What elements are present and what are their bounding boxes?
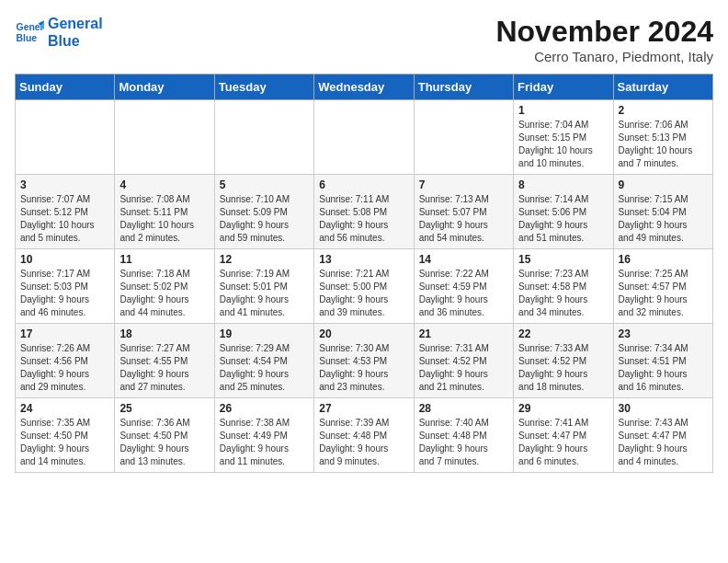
day-detail: Sunrise: 7:27 AM Sunset: 4:55 PM Dayligh… xyxy=(119,342,209,394)
day-number: 1 xyxy=(518,104,608,117)
day-number: 24 xyxy=(20,402,109,415)
day-detail: Sunrise: 7:43 AM Sunset: 4:47 PM Dayligh… xyxy=(619,417,708,468)
day-number: 12 xyxy=(220,253,309,266)
calendar-cell: 15Sunrise: 7:23 AM Sunset: 4:58 PM Dayli… xyxy=(514,249,613,324)
logo: General Blue General Blue xyxy=(15,15,103,50)
day-detail: Sunrise: 7:29 AM Sunset: 4:54 PM Dayligh… xyxy=(220,342,309,394)
calendar-cell: 26Sunrise: 7:38 AM Sunset: 4:49 PM Dayli… xyxy=(214,398,313,473)
day-number: 8 xyxy=(518,178,608,191)
day-detail: Sunrise: 7:33 AM Sunset: 4:52 PM Dayligh… xyxy=(518,342,608,394)
week-row-2: 3Sunrise: 7:07 AM Sunset: 5:12 PM Daylig… xyxy=(16,175,713,249)
calendar-cell xyxy=(414,100,513,175)
weekday-header-monday: Monday xyxy=(115,75,214,100)
day-number: 29 xyxy=(518,402,608,415)
weekday-header-friday: Friday xyxy=(514,75,613,100)
calendar-table: SundayMondayTuesdayWednesdayThursdayFrid… xyxy=(15,74,713,473)
day-detail: Sunrise: 7:31 AM Sunset: 4:52 PM Dayligh… xyxy=(419,342,508,394)
calendar-cell: 20Sunrise: 7:30 AM Sunset: 4:53 PM Dayli… xyxy=(314,324,414,398)
calendar-cell: 29Sunrise: 7:41 AM Sunset: 4:47 PM Dayli… xyxy=(514,398,613,473)
day-detail: Sunrise: 7:39 AM Sunset: 4:48 PM Dayligh… xyxy=(319,417,408,468)
day-detail: Sunrise: 7:14 AM Sunset: 5:06 PM Dayligh… xyxy=(518,193,608,245)
day-detail: Sunrise: 7:26 AM Sunset: 4:56 PM Dayligh… xyxy=(20,342,109,394)
day-number: 4 xyxy=(119,178,209,191)
day-detail: Sunrise: 7:18 AM Sunset: 5:02 PM Dayligh… xyxy=(119,268,209,319)
day-number: 25 xyxy=(119,402,209,415)
title-area: November 2024 Cerro Tanaro, Piedmont, It… xyxy=(495,15,713,64)
day-number: 26 xyxy=(220,402,309,415)
calendar-cell: 28Sunrise: 7:40 AM Sunset: 4:48 PM Dayli… xyxy=(414,398,513,473)
day-detail: Sunrise: 7:25 AM Sunset: 4:57 PM Dayligh… xyxy=(619,268,708,319)
day-number: 28 xyxy=(419,402,508,415)
day-number: 22 xyxy=(518,327,608,340)
weekday-header-row: SundayMondayTuesdayWednesdayThursdayFrid… xyxy=(16,75,713,100)
calendar-cell: 27Sunrise: 7:39 AM Sunset: 4:48 PM Dayli… xyxy=(314,398,414,473)
day-number: 7 xyxy=(419,178,508,191)
svg-text:Blue: Blue xyxy=(17,33,38,43)
weekday-header-thursday: Thursday xyxy=(414,75,513,100)
calendar-cell: 14Sunrise: 7:22 AM Sunset: 4:59 PM Dayli… xyxy=(414,249,513,324)
calendar-cell: 17Sunrise: 7:26 AM Sunset: 4:56 PM Dayli… xyxy=(16,324,115,398)
calendar-cell: 23Sunrise: 7:34 AM Sunset: 4:51 PM Dayli… xyxy=(613,324,712,398)
calendar-cell: 3Sunrise: 7:07 AM Sunset: 5:12 PM Daylig… xyxy=(16,175,115,249)
header: General Blue General Blue November 2024 … xyxy=(15,15,713,64)
week-row-5: 24Sunrise: 7:35 AM Sunset: 4:50 PM Dayli… xyxy=(16,398,713,473)
day-detail: Sunrise: 7:23 AM Sunset: 4:58 PM Dayligh… xyxy=(518,268,608,319)
day-detail: Sunrise: 7:40 AM Sunset: 4:48 PM Dayligh… xyxy=(419,417,508,468)
day-detail: Sunrise: 7:21 AM Sunset: 5:00 PM Dayligh… xyxy=(319,268,408,319)
logo-line1: General xyxy=(48,15,103,32)
day-number: 11 xyxy=(119,253,209,266)
calendar-cell: 18Sunrise: 7:27 AM Sunset: 4:55 PM Dayli… xyxy=(115,324,214,398)
calendar-cell: 10Sunrise: 7:17 AM Sunset: 5:03 PM Dayli… xyxy=(16,249,115,324)
day-number: 3 xyxy=(20,178,109,191)
calendar-subtitle: Cerro Tanaro, Piedmont, Italy xyxy=(495,49,713,64)
calendar-cell: 11Sunrise: 7:18 AM Sunset: 5:02 PM Dayli… xyxy=(115,249,214,324)
calendar-cell: 6Sunrise: 7:11 AM Sunset: 5:08 PM Daylig… xyxy=(314,175,414,249)
weekday-header-wednesday: Wednesday xyxy=(314,75,414,100)
calendar-cell: 5Sunrise: 7:10 AM Sunset: 5:09 PM Daylig… xyxy=(214,175,313,249)
day-number: 19 xyxy=(220,327,309,340)
day-detail: Sunrise: 7:36 AM Sunset: 4:50 PM Dayligh… xyxy=(119,417,209,468)
calendar-cell: 4Sunrise: 7:08 AM Sunset: 5:11 PM Daylig… xyxy=(115,175,214,249)
calendar-title: November 2024 xyxy=(495,15,713,49)
day-detail: Sunrise: 7:34 AM Sunset: 4:51 PM Dayligh… xyxy=(619,342,708,394)
day-number: 16 xyxy=(619,253,708,266)
day-detail: Sunrise: 7:19 AM Sunset: 5:01 PM Dayligh… xyxy=(220,268,309,319)
day-number: 20 xyxy=(319,327,408,340)
day-number: 5 xyxy=(220,178,309,191)
calendar-cell xyxy=(115,100,214,175)
calendar-cell: 24Sunrise: 7:35 AM Sunset: 4:50 PM Dayli… xyxy=(16,398,115,473)
day-number: 10 xyxy=(20,253,109,266)
day-number: 13 xyxy=(319,253,408,266)
calendar-cell: 7Sunrise: 7:13 AM Sunset: 5:07 PM Daylig… xyxy=(414,175,513,249)
day-detail: Sunrise: 7:15 AM Sunset: 5:04 PM Dayligh… xyxy=(619,193,708,245)
calendar-cell: 13Sunrise: 7:21 AM Sunset: 5:00 PM Dayli… xyxy=(314,249,414,324)
calendar-cell: 2Sunrise: 7:06 AM Sunset: 5:13 PM Daylig… xyxy=(613,100,712,175)
calendar-cell: 19Sunrise: 7:29 AM Sunset: 4:54 PM Dayli… xyxy=(214,324,313,398)
calendar-cell: 8Sunrise: 7:14 AM Sunset: 5:06 PM Daylig… xyxy=(514,175,613,249)
day-detail: Sunrise: 7:35 AM Sunset: 4:50 PM Dayligh… xyxy=(20,417,109,468)
day-number: 18 xyxy=(119,327,209,340)
day-detail: Sunrise: 7:06 AM Sunset: 5:13 PM Dayligh… xyxy=(619,119,708,170)
calendar-cell: 25Sunrise: 7:36 AM Sunset: 4:50 PM Dayli… xyxy=(115,398,214,473)
week-row-1: 1Sunrise: 7:04 AM Sunset: 5:15 PM Daylig… xyxy=(16,100,713,175)
calendar-cell xyxy=(16,100,115,175)
calendar-cell: 9Sunrise: 7:15 AM Sunset: 5:04 PM Daylig… xyxy=(613,175,712,249)
day-detail: Sunrise: 7:08 AM Sunset: 5:11 PM Dayligh… xyxy=(119,193,209,245)
week-row-3: 10Sunrise: 7:17 AM Sunset: 5:03 PM Dayli… xyxy=(16,249,713,324)
weekday-header-sunday: Sunday xyxy=(16,75,115,100)
weekday-header-saturday: Saturday xyxy=(613,75,712,100)
day-number: 14 xyxy=(419,253,508,266)
day-number: 15 xyxy=(518,253,608,266)
calendar-cell xyxy=(214,100,313,175)
day-number: 30 xyxy=(619,402,708,415)
day-number: 2 xyxy=(619,104,708,117)
day-number: 6 xyxy=(319,178,408,191)
calendar-cell: 1Sunrise: 7:04 AM Sunset: 5:15 PM Daylig… xyxy=(514,100,613,175)
day-detail: Sunrise: 7:22 AM Sunset: 4:59 PM Dayligh… xyxy=(419,268,508,319)
day-detail: Sunrise: 7:10 AM Sunset: 5:09 PM Dayligh… xyxy=(220,193,309,245)
day-detail: Sunrise: 7:13 AM Sunset: 5:07 PM Dayligh… xyxy=(419,193,508,245)
calendar-cell: 16Sunrise: 7:25 AM Sunset: 4:57 PM Dayli… xyxy=(613,249,712,324)
day-number: 9 xyxy=(619,178,708,191)
day-number: 17 xyxy=(20,327,109,340)
day-detail: Sunrise: 7:30 AM Sunset: 4:53 PM Dayligh… xyxy=(319,342,408,394)
